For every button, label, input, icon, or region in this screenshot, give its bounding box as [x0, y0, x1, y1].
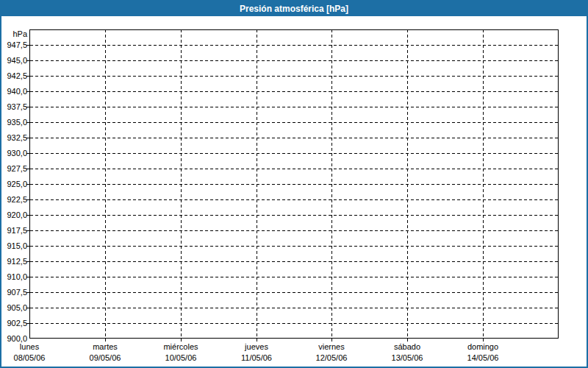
- pressure-chart-panel: Presión atmosférica [hPa] hPa 947,5945,0…: [0, 0, 588, 368]
- y-gridline: [30, 323, 558, 324]
- y-gridline: [30, 138, 558, 138]
- y-tick-label: 912,5: [1, 256, 27, 266]
- y-axis-unit-label: hPa: [1, 29, 27, 39]
- x-gridline: [257, 29, 257, 343]
- x-day-label: sábado: [363, 342, 451, 352]
- y-tick-label: 942,5: [1, 71, 27, 81]
- y-gridline: [30, 277, 558, 277]
- x-gridline: [181, 29, 182, 343]
- y-tick-label: 947,5: [1, 40, 27, 50]
- x-day-label: domingo: [439, 342, 527, 352]
- y-tick-label: 937,5: [1, 102, 27, 112]
- y-gridline: [30, 215, 558, 216]
- y-tick-label: 907,5: [1, 287, 27, 297]
- chart-title-bar: Presión atmosférica [hPa]: [1, 1, 587, 16]
- x-day-label: viernes: [287, 342, 376, 352]
- y-gridline: [30, 199, 558, 200]
- y-gridline: [30, 153, 558, 154]
- y-tick-label: 945,0: [1, 55, 27, 66]
- y-tick-label: 905,0: [1, 302, 27, 313]
- y-gridline: [30, 91, 558, 92]
- y-tick-label: 915,0: [1, 241, 27, 251]
- x-gridline: [105, 29, 106, 343]
- y-tick-label: 902,5: [1, 318, 27, 328]
- y-tick-label: 920,0: [1, 210, 27, 220]
- y-gridline: [30, 122, 558, 123]
- y-gridline: [30, 76, 558, 77]
- y-gridline: [30, 184, 558, 185]
- x-day-label: miércoles: [137, 342, 225, 352]
- y-gridline: [30, 308, 558, 308]
- y-gridline: [30, 246, 558, 247]
- y-tick-label: 922,5: [1, 194, 27, 205]
- y-gridline: [30, 45, 558, 46]
- x-gridline: [407, 29, 408, 343]
- chart-title: Presión atmosférica [hPa]: [240, 4, 348, 14]
- y-tick-label: 932,5: [1, 132, 27, 143]
- y-gridline: [30, 261, 558, 262]
- x-gridline: [483, 29, 484, 343]
- x-gridline: [331, 29, 332, 343]
- y-gridline: [30, 292, 558, 293]
- y-tick-label: 925,0: [1, 179, 27, 189]
- y-tick-label: 927,5: [1, 163, 27, 174]
- y-gridline: [30, 169, 558, 169]
- y-tick-label: 910,0: [1, 272, 27, 282]
- y-gridline: [30, 60, 558, 61]
- y-tick-label: 940,0: [1, 86, 27, 96]
- y-tick-label: 930,0: [1, 148, 27, 158]
- y-gridline: [30, 107, 558, 107]
- y-gridline: [30, 230, 558, 231]
- x-day-label: martes: [61, 342, 149, 352]
- y-tick-label: 935,0: [1, 117, 27, 127]
- x-date-label: 10/05/06: [137, 353, 225, 363]
- x-date-label: 14/05/06: [439, 353, 527, 363]
- x-date-label: 09/05/06: [61, 353, 149, 363]
- y-tick-label: 917,5: [1, 225, 27, 236]
- x-date-label: 12/05/06: [287, 353, 376, 363]
- x-date-label: 13/05/06: [363, 353, 451, 363]
